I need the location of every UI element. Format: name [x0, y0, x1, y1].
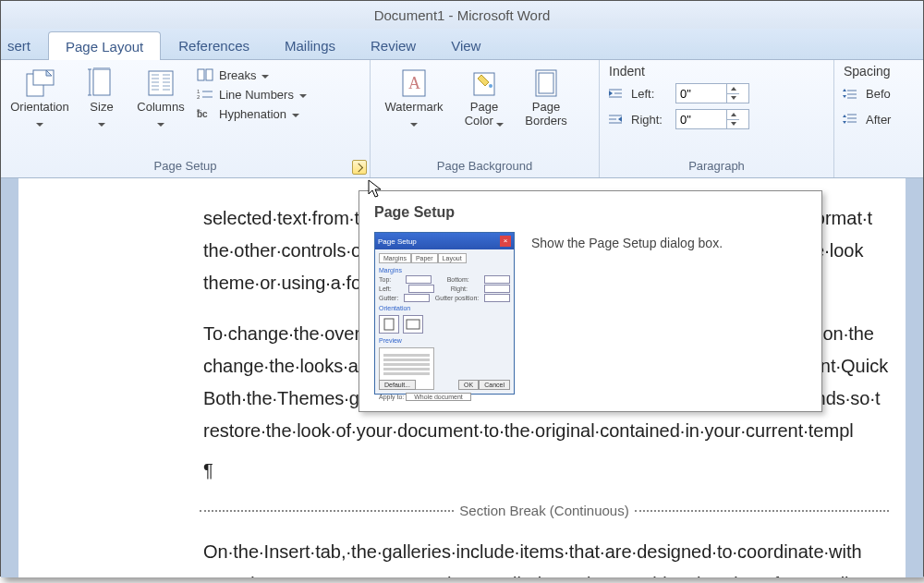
group-paragraph-label: Paragraph: [688, 159, 745, 173]
tab-page-layout[interactable]: Page Layout: [48, 31, 161, 60]
breaks-button[interactable]: Breaks: [197, 67, 307, 82]
svg-text:a-: a-: [197, 107, 201, 113]
group-page-background: A Watermark PageColor PageBorders Page B…: [371, 60, 600, 177]
indent-left-label: Left:: [631, 87, 672, 101]
chevron-down-icon: [261, 75, 269, 79]
svg-rect-44: [384, 319, 394, 330]
columns-label: Columns: [137, 100, 184, 114]
tooltip-title: Page Setup: [374, 204, 807, 221]
columns-icon: [145, 67, 176, 99]
tab-references[interactable]: References: [161, 30, 267, 59]
indent-left-spinner[interactable]: [675, 83, 749, 103]
title-bar: Document1 - Microsoft Word: [1, 1, 923, 29]
size-icon: [86, 67, 117, 99]
svg-rect-18: [198, 69, 204, 80]
indent-right-label: Right:: [631, 113, 672, 127]
spacing-before-label: Befo: [866, 87, 906, 101]
ribbon: Orientation Size Columns: [1, 60, 923, 178]
indent-left-icon: [607, 87, 627, 100]
hyphenation-button[interactable]: bca- Hyphenation: [197, 106, 307, 121]
close-icon: ×: [500, 236, 511, 247]
line-numbers-button[interactable]: 12 Line Numbers: [197, 87, 307, 102]
svg-rect-2: [93, 69, 110, 95]
spin-down[interactable]: [727, 94, 739, 103]
body-text: your·document.·You·can·use·these·galleri…: [203, 570, 889, 577]
spacing-heading: Spacing: [844, 64, 891, 79]
page-borders-icon: [530, 67, 562, 99]
orientation-icon: [24, 67, 55, 99]
spacing-after-label: After: [866, 113, 906, 127]
page-color-icon: [468, 67, 500, 99]
svg-rect-1: [33, 70, 54, 85]
group-page-setup: Orientation Size Columns: [1, 60, 371, 177]
chevron-down-icon: [292, 114, 299, 117]
tooltip-text: Show the Page Setup dialog box.: [531, 232, 723, 395]
tooltip-dialog-preview: Page Setup× MarginsPaperLayout Margins T…: [374, 232, 515, 395]
spacing-before-icon: [842, 87, 862, 100]
indent-left-input[interactable]: [676, 84, 726, 103]
body-text: restore·the·look·of·your·document·to·the…: [203, 417, 889, 445]
page-borders-label: PageBorders: [525, 101, 567, 128]
line-numbers-icon: 12: [197, 87, 213, 102]
body-text: On·the·Insert·tab,·the·galleries·include…: [203, 538, 889, 566]
spin-up[interactable]: [727, 84, 739, 94]
page-borders-button[interactable]: PageBorders: [518, 64, 574, 128]
line-numbers-label: Line Numbers: [219, 88, 294, 102]
svg-text:2: 2: [197, 94, 201, 100]
group-page-background-label: Page Background: [437, 159, 532, 173]
breaks-icon: [197, 67, 213, 82]
indent-right-input[interactable]: [676, 110, 726, 128]
watermark-label: Watermark: [384, 100, 443, 114]
svg-rect-19: [206, 69, 213, 80]
hyphenation-label: Hyphenation: [219, 107, 286, 121]
chevron-down-icon: [157, 123, 164, 127]
orientation-label: Orientation: [10, 100, 69, 114]
size-label: Size: [90, 100, 113, 114]
chevron-down-icon: [496, 123, 504, 127]
section-break: Section Break (Continuous): [200, 500, 889, 521]
group-paragraph-indent: Indent Left: Right: Paragraph: [600, 60, 834, 177]
chevron-down-icon: [410, 123, 418, 127]
tab-mailings[interactable]: Mailings: [267, 30, 353, 59]
hyphenation-icon: bca-: [197, 106, 213, 121]
watermark-button[interactable]: A Watermark: [378, 64, 450, 128]
columns-button[interactable]: Columns: [132, 64, 189, 128]
svg-text:A: A: [408, 74, 420, 92]
watermark-icon: A: [398, 67, 430, 99]
indent-right-spinner[interactable]: [675, 109, 749, 129]
spin-up[interactable]: [727, 110, 739, 120]
pilcrow: ¶: [203, 456, 889, 485]
tab-insert[interactable]: sert: [1, 30, 48, 59]
spacing-after-icon: [842, 113, 862, 126]
orientation-button[interactable]: Orientation: [8, 64, 71, 128]
group-page-setup-label: Page Setup: [154, 159, 217, 173]
chevron-down-icon: [98, 123, 105, 127]
indent-right-icon: [607, 113, 627, 126]
page-color-button[interactable]: PageColor: [457, 64, 511, 128]
chevron-down-icon: [299, 94, 307, 98]
window-title: Document1 - Microsoft Word: [374, 7, 551, 23]
svg-rect-45: [407, 320, 419, 329]
tab-review[interactable]: Review: [353, 30, 433, 59]
tab-view[interactable]: View: [433, 30, 498, 59]
group-paragraph-spacing: Spacing Befo After: [834, 60, 923, 177]
size-button[interactable]: Size: [79, 64, 125, 128]
page-setup-launcher[interactable]: [352, 160, 367, 175]
chevron-down-icon: [36, 123, 43, 127]
svg-point-29: [489, 84, 492, 88]
indent-heading: Indent: [609, 64, 645, 79]
section-break-label: Section Break (Continuous): [454, 500, 634, 521]
breaks-label: Breaks: [219, 68, 256, 82]
ribbon-tabs: sert Page Layout References Mailings Rev…: [1, 29, 923, 60]
page-setup-tooltip: Page Setup Page Setup× MarginsPaperLayou…: [359, 190, 822, 412]
spin-down[interactable]: [727, 120, 739, 129]
page-color-label: PageColor: [465, 100, 499, 128]
